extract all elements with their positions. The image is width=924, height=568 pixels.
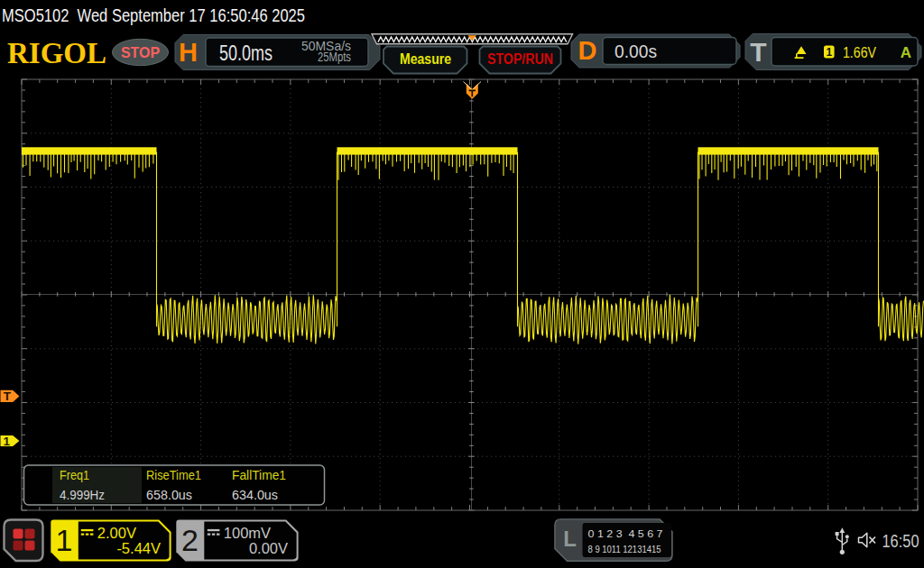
svg-text:Freq1: Freq1 bbox=[60, 467, 89, 482]
svg-text:H: H bbox=[179, 38, 198, 67]
svg-text:25Mpts: 25Mpts bbox=[318, 50, 351, 64]
svg-text:T: T bbox=[4, 389, 12, 403]
svg-text:0.00s: 0.00s bbox=[614, 41, 657, 61]
svg-text:FallTime1: FallTime1 bbox=[232, 467, 286, 482]
svg-text:2.00V: 2.00V bbox=[97, 525, 136, 541]
svg-text:RIGOL: RIGOL bbox=[7, 36, 106, 69]
svg-text:100mV: 100mV bbox=[224, 525, 271, 541]
svg-text:634.0us: 634.0us bbox=[232, 487, 278, 502]
svg-text:Measure: Measure bbox=[400, 51, 451, 67]
svg-text:1: 1 bbox=[3, 435, 10, 448]
svg-text:1: 1 bbox=[826, 46, 832, 59]
svg-text:D: D bbox=[578, 36, 597, 65]
svg-text:4.999Hz: 4.999Hz bbox=[60, 487, 105, 502]
svg-text:16:50: 16:50 bbox=[882, 531, 919, 551]
svg-text:658.0us: 658.0us bbox=[146, 487, 192, 502]
svg-text:2: 2 bbox=[181, 523, 199, 557]
svg-text:1: 1 bbox=[56, 523, 73, 557]
svg-text:50.0ms: 50.0ms bbox=[219, 41, 273, 65]
svg-text:8 9 1011 12131415: 8 9 1011 12131415 bbox=[588, 544, 661, 554]
svg-text:L: L bbox=[563, 527, 577, 551]
svg-text:A: A bbox=[901, 44, 911, 61]
svg-text:MSO5102 Wed September 17 16:5: MSO5102 Wed September 17 16:50:46 2025 bbox=[2, 5, 305, 25]
svg-text:RiseTime1: RiseTime1 bbox=[146, 467, 201, 482]
svg-text:STOP/RUN: STOP/RUN bbox=[487, 51, 553, 67]
svg-text:T: T bbox=[750, 37, 766, 67]
svg-text:STOP: STOP bbox=[121, 44, 160, 61]
svg-text:0 1 2 3 4 5 6 7: 0 1 2 3 4 5 6 7 bbox=[588, 528, 663, 539]
svg-text:1.66V: 1.66V bbox=[843, 44, 877, 61]
svg-text:0.00V: 0.00V bbox=[249, 540, 288, 556]
svg-text:-5.44V: -5.44V bbox=[116, 540, 161, 556]
